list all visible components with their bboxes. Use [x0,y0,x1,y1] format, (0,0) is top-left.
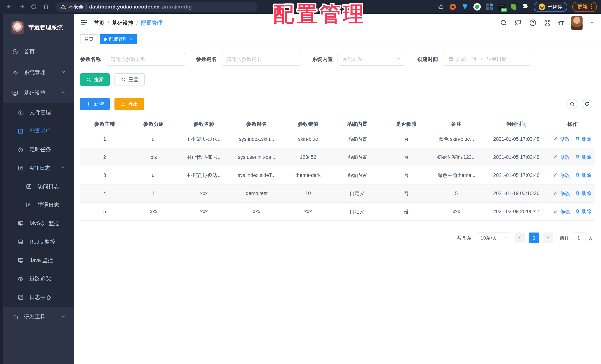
edit-link[interactable]: 修改 [554,190,570,197]
edit-link[interactable]: 修改 [554,172,570,179]
sidebar-item-10[interactable]: Redis 监控 [0,233,74,251]
sidebar-item-2[interactable]: 基础设施 [0,83,74,103]
extension-puzzle-icon[interactable] [522,3,529,10]
sidebar-item-0[interactable]: 首页 [0,41,74,62]
trash-icon [575,136,580,142]
table-actions-cell: 修改删除 [551,208,595,215]
system-type-select[interactable]: 系统内置 [338,53,406,66]
breadcrumb-item[interactable]: 基础设施 [112,19,133,27]
browser-update-button[interactable]: 更新 [572,2,597,12]
delete-link[interactable]: 删除 [575,190,591,197]
column-header: 系统内置 [332,121,382,128]
toggle-search-button[interactable] [567,99,577,109]
extension-pin-icon[interactable] [461,3,469,10]
sidebar-item-8[interactable]: 错误日志 [0,196,74,214]
sidebar-item-14[interactable]: 研发工具 [0,307,74,327]
table-cell: 初始化密码 123... [431,154,482,161]
date-range-picker[interactable]: 开始日期 - 结束日期 [443,53,531,66]
column-header: 参数主键 [80,121,129,128]
filter-type-label: 系统内置 [312,56,333,63]
sidebar-item-5[interactable]: 定时任务 [0,140,74,159]
reset-button[interactable]: 重置 [114,73,145,86]
extension-leaf-icon[interactable] [510,3,517,10]
table-cell: 1 [80,136,129,142]
table-cell: sys.user.init-pa... [230,154,284,160]
fullscreen-icon[interactable] [544,19,551,27]
sidebar-item-3[interactable]: 文件管理 [0,103,74,122]
menu-fold-icon[interactable] [80,19,88,27]
sidebar-item-1[interactable]: 系统管理 [0,62,74,83]
cloud-icon [17,110,24,116]
table-cell: 蓝色 skin-blue... [431,136,482,142]
browser-home-icon[interactable] [41,1,51,12]
page-number-button[interactable]: 1 [529,233,539,243]
next-page-button[interactable] [543,233,553,243]
extension-donut-icon[interactable] [449,3,456,10]
view-tag[interactable]: 首页 [80,34,98,44]
tools-icon [11,314,19,320]
refresh-table-button[interactable] [582,99,592,109]
user-caret-down-icon[interactable] [590,20,595,26]
add-button[interactable]: 新增 [80,98,110,110]
sidebar-item-label: Java 监控 [30,257,53,264]
font-size-icon[interactable]: tT [558,20,564,27]
table-actions-cell: 修改删除 [551,154,595,161]
extension-green-circle-icon[interactable] [473,3,481,10]
sidebar-item-13[interactable]: 日志中心 [0,288,74,307]
address-bar[interactable]: 不安全 dashboard.yudao.iocoder.cn/infra/con… [55,2,258,12]
goto-page-input[interactable] [572,233,585,243]
help-icon[interactable] [529,19,537,27]
extension-grid-icon[interactable] [486,3,493,10]
date-start-placeholder: 开始日期 [456,56,476,63]
export-button[interactable]: 导出 [114,98,144,110]
browser-back-icon[interactable] [4,1,15,12]
sidebar-item-12[interactable]: 链路追踪 [0,270,74,288]
table-cell: 否 [382,154,431,161]
edit-link[interactable]: 修改 [554,136,570,142]
table-cell: 123456 [284,154,333,160]
table-cell: 是 [382,208,431,215]
sidebar-item-6[interactable]: API 日志 [0,159,74,177]
sidebar-item-label: 链路追踪 [30,275,51,283]
config-table: 参数主键参数分组参数名称参数键名参数键值系统内置是否敏感备注创建时间操作 1ui… [80,118,595,221]
url-host: dashboard.yudao.iocoder.cn [89,4,160,10]
browser-forward-icon[interactable] [16,1,27,12]
search-button[interactable]: 搜索 [80,73,110,86]
github-icon[interactable] [514,19,522,27]
prev-page-button[interactable] [515,233,525,243]
delete-link[interactable]: 删除 [575,154,591,161]
table-cell: 主框架页-侧边... [178,172,230,179]
param-key-input[interactable] [227,57,296,62]
param-name-input[interactable] [111,57,180,62]
table-cell: xxx [431,209,482,214]
paused-profile-button[interactable]: 已暂停 [534,2,567,12]
user-avatar[interactable] [571,16,582,30]
filter-form: 参数名称 参数键名 系统内置 系统内置 创建时间 开始日期 - 结束日期 [80,53,595,66]
view-tag[interactable]: 配置管理× [100,34,137,44]
sidebar-item-9[interactable]: MySQL 监控 [0,214,74,233]
app-logo[interactable]: 芋道管理系统 [0,14,74,41]
breadcrumb-item[interactable]: 首页 [94,19,104,27]
delete-link[interactable]: 删除 [575,136,591,142]
browser-reload-icon[interactable] [29,1,39,12]
edit-link[interactable]: 修改 [554,154,570,161]
delete-link[interactable]: 删除 [575,172,591,179]
table-actions-cell: 修改删除 [551,190,595,197]
chevron-down-icon [503,235,508,241]
bookmark-star-icon[interactable] [438,3,444,10]
sidebar-item-label: 访问日志 [38,183,59,190]
page-size-select[interactable]: 10条/页 [477,233,511,243]
search-icon[interactable] [500,19,507,27]
table-cell: xxx [129,209,178,214]
delete-link[interactable]: 删除 [575,208,591,215]
sidebar-item-11[interactable]: Java 监控 [0,251,74,270]
sidebar-item-7[interactable]: 访问日志 [0,177,74,196]
extension-on-badge-icon[interactable]: on [498,3,505,10]
filter-key-label: 参数键名 [196,56,217,63]
column-header: 是否敏感 [382,121,431,128]
edit-link[interactable]: 修改 [554,208,570,215]
sidebar-item-4[interactable]: 配置管理 [0,122,74,140]
close-icon[interactable]: × [130,36,133,42]
browser-menu-icon[interactable] [591,4,592,10]
table-cell: 否 [382,172,431,179]
